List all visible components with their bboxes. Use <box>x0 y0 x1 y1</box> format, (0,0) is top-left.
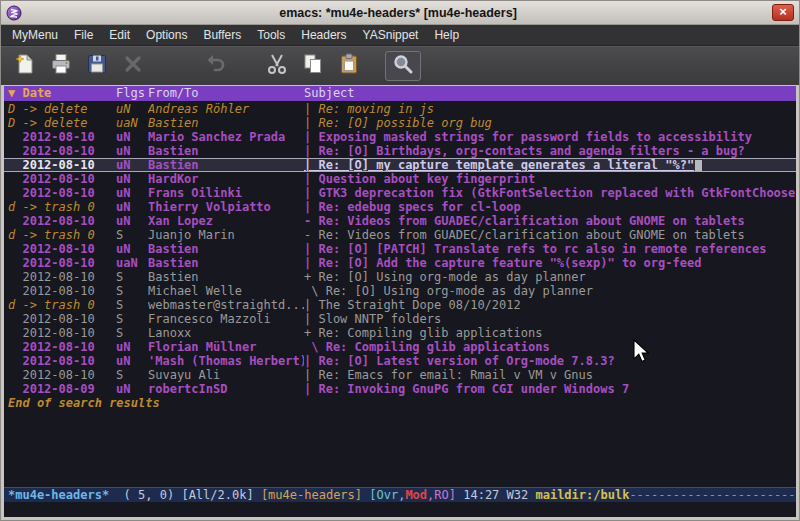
column-header-date[interactable]: ▼ Date <box>8 86 116 101</box>
message-flags: uN <box>116 186 148 200</box>
message-from: Bastien <box>148 159 304 171</box>
titlebar[interactable]: emacs: *mu4e-headers* [mu4e-headers] × <box>1 1 799 25</box>
menu-item-mymenu[interactable]: MyMenu <box>4 26 66 44</box>
message-row[interactable]: 2012-08-10uNXan Lopez- Re: Videos from G… <box>4 214 796 228</box>
modeline-buffer-name: *mu4e-headers* <box>8 488 109 502</box>
save-button[interactable] <box>79 51 115 81</box>
message-flags: uN <box>116 130 148 144</box>
message-row[interactable]: 2012-08-10uN'Mash (Thomas Herbert)| Re: … <box>4 354 796 368</box>
message-row[interactable]: d -> trash 0Swebmaster@straightd...| The… <box>4 298 796 312</box>
copy-button[interactable] <box>295 51 331 81</box>
message-flags: uN <box>116 172 148 186</box>
message-from: Bastien <box>148 270 304 284</box>
message-from: Florian Müllner <box>148 340 304 354</box>
message-row[interactable]: 2012-08-10uNFlorian Müllner \ Re: Compil… <box>4 340 796 354</box>
message-subject: | Re: [O] Add the capture feature "%(sex… <box>304 256 796 270</box>
paste-button[interactable] <box>331 51 367 81</box>
end-of-search-results: End of search results <box>4 396 796 411</box>
message-date: 2012-08-10 <box>8 340 116 354</box>
message-row[interactable]: 2012-08-10uNBastien| Re: [O] my capture … <box>4 158 796 172</box>
message-subject: + Re: [O] Using org-mode as day planner <box>304 270 796 284</box>
headers-list: D -> deleteuNAndreas Röhler| Re: moving … <box>4 102 796 396</box>
message-date: 2012-08-10 <box>8 284 116 298</box>
message-flags: S <box>116 270 148 284</box>
menu-item-help[interactable]: Help <box>426 26 467 44</box>
message-row[interactable]: 2012-08-10uNMario Sanchez Prada| Exposin… <box>4 130 796 144</box>
search-button[interactable] <box>385 51 421 81</box>
menu-item-headers[interactable]: Headers <box>293 26 354 44</box>
column-header-from[interactable]: From/To <box>148 86 304 101</box>
message-date: 2012-08-10 <box>8 312 116 326</box>
message-row[interactable]: D -> deleteuaNBastien| Re: [O] possible … <box>4 116 796 130</box>
message-flags: uN <box>116 200 148 214</box>
new-file-button[interactable] <box>7 51 43 81</box>
menu-item-file[interactable]: File <box>66 26 101 44</box>
modeline-readonly-flag: ,RO] <box>427 488 463 502</box>
menu-item-options[interactable]: Options <box>138 26 195 44</box>
paste-icon <box>337 52 361 80</box>
message-date: 2012-08-10 <box>8 242 116 256</box>
message-date: 2012-08-10 <box>8 214 116 228</box>
message-row[interactable]: 2012-08-10SMichael Welle \ Re: [O] Using… <box>4 284 796 298</box>
menu-item-buffers[interactable]: Buffers <box>195 26 249 44</box>
message-row[interactable]: 2012-08-10SBastien+ Re: [O] Using org-mo… <box>4 270 796 284</box>
modeline-week: W32 <box>507 488 536 502</box>
message-flags: uaN <box>116 256 148 270</box>
window-close-button[interactable]: × <box>772 4 794 21</box>
search-icon <box>391 52 415 80</box>
message-subject: | Re: [O] possible org bug <box>304 116 796 130</box>
message-date: 2012-08-10 <box>8 326 116 340</box>
menu-item-tools[interactable]: Tools <box>249 26 293 44</box>
message-row[interactable]: 2012-08-10SSuvayu Ali| Re: Emacs for ema… <box>4 368 796 382</box>
undo-icon <box>203 52 227 80</box>
message-from: Suvayu Ali <box>148 368 304 382</box>
message-from: Juanjo Marin <box>148 228 304 242</box>
menu-item-yasnippet[interactable]: YASnippet <box>355 26 427 44</box>
undo-button[interactable] <box>197 51 233 81</box>
message-from: Bastien <box>148 242 304 256</box>
message-row[interactable]: 2012-08-10SFrancesco Mazzoli| Slow NNTP … <box>4 312 796 326</box>
save-icon <box>85 52 109 80</box>
menu-item-edit[interactable]: Edit <box>101 26 138 44</box>
copy-icon <box>301 52 325 80</box>
message-flags: S <box>116 326 148 340</box>
cut-button[interactable] <box>259 51 295 81</box>
message-row[interactable]: d -> trash 0uNThierry Volpiatto| Re: ede… <box>4 200 796 214</box>
message-row[interactable]: 2012-08-10uNBastien| Re: [O] Birthdays, … <box>4 144 796 158</box>
message-flags: uN <box>116 354 148 368</box>
print-button[interactable] <box>43 51 79 81</box>
message-date: 2012-08-09 <box>8 382 116 396</box>
message-date: 2012-08-10 <box>8 144 116 158</box>
column-header-flags[interactable]: Flgs <box>116 86 148 101</box>
message-row[interactable]: 2012-08-10uaNBastien| Re: [O] Add the ca… <box>4 256 796 270</box>
message-subject: | GTK3 deprecation fix (GtkFontSelection… <box>304 186 796 200</box>
modeline-time: 14:27 <box>463 488 506 502</box>
minibuffer[interactable] <box>4 502 796 517</box>
message-subject: | The Straight Dope 08/10/2012 <box>304 298 796 312</box>
message-row[interactable]: d -> trash 0SJuanjo Marin- Re: Videos fr… <box>4 228 796 242</box>
modeline[interactable]: *mu4e-headers* ( 5, 0) [All/2.0k] [mu4e-… <box>4 487 796 502</box>
modeline-modified-flag: Mod <box>405 488 427 502</box>
message-row[interactable]: 2012-08-10uNFrans Oilinki| GTK3 deprecat… <box>4 186 796 200</box>
close-buffer-button[interactable] <box>115 51 151 81</box>
message-subject: | Re: [O] my capture template generates … <box>304 159 796 171</box>
emacs-frame: ▼ DateFlgsFrom/ToSubject D -> deleteuNAn… <box>1 85 799 520</box>
headers-buffer[interactable]: D -> deleteuNAndreas Röhler| Re: moving … <box>4 101 796 487</box>
message-date: 2012-08-10 <box>8 270 116 284</box>
message-subject: | Slow NNTP folders <box>304 312 796 326</box>
message-row[interactable]: 2012-08-09uNrobertcInSD| Re: Invoking Gn… <box>4 382 796 396</box>
message-subject: | Re: [O] [PATCH] Translate refs to rc a… <box>304 242 796 256</box>
modeline-position: ( 5, 0) <box>109 488 181 502</box>
column-header-subject[interactable]: Subject <box>304 86 796 101</box>
headers-column-bar[interactable]: ▼ DateFlgsFrom/ToSubject <box>4 86 796 101</box>
message-from: Bastien <box>148 116 304 130</box>
message-from: Bastien <box>148 144 304 158</box>
message-from: HardKor <box>148 172 304 186</box>
message-row[interactable]: 2012-08-10uNHardKor| Question about key … <box>4 172 796 186</box>
message-row[interactable]: 2012-08-10uNBastien| Re: [O] [PATCH] Tra… <box>4 242 796 256</box>
message-row[interactable]: D -> deleteuNAndreas Röhler| Re: moving … <box>4 102 796 116</box>
menubar: MyMenuFileEditOptionsBuffersToolsHeaders… <box>1 25 799 46</box>
message-date: 2012-08-10 <box>8 256 116 270</box>
message-row[interactable]: 2012-08-10SLanoxx+ Re: Compiling glib ap… <box>4 326 796 340</box>
message-date: d -> trash 0 <box>8 298 116 312</box>
